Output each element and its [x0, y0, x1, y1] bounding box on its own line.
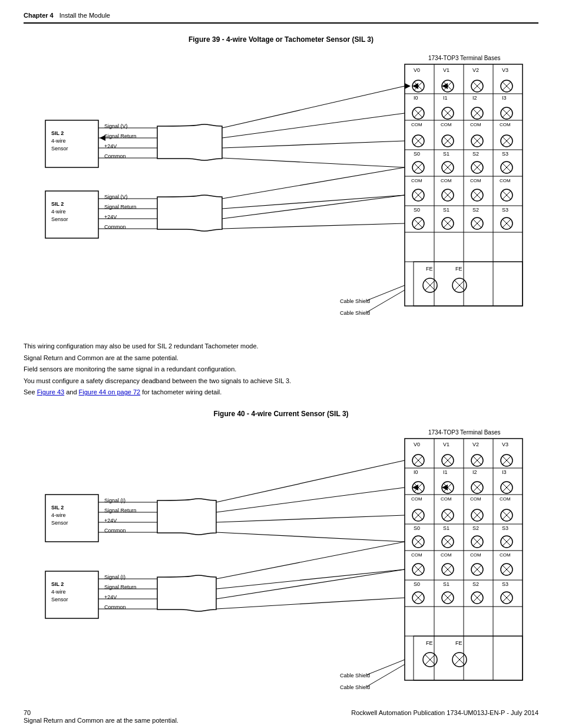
svg-text:COM: COM: [411, 496, 422, 502]
svg-text:SIL 2: SIL 2: [51, 130, 64, 136]
figure40-container: 1734-TOP3 Terminal Bases V0 V1 V2 V3 I0 …: [24, 424, 538, 707]
svg-text:S1: S1: [443, 581, 449, 587]
svg-text:COM: COM: [470, 178, 481, 183]
svg-text:COM: COM: [500, 496, 511, 502]
svg-text:I1: I1: [443, 95, 448, 101]
svg-text:FE: FE: [426, 640, 433, 646]
svg-text:Sensor: Sensor: [51, 146, 68, 151]
svg-text:COM: COM: [441, 552, 452, 558]
svg-line-269: [216, 460, 405, 502]
chapter-label: Chapter 4: [24, 12, 54, 19]
svg-text:COM: COM: [441, 122, 452, 127]
svg-text:V2: V2: [472, 442, 479, 447]
note39-4: You must configure a safety discrepancy …: [24, 376, 538, 387]
svg-line-138: [222, 223, 405, 229]
svg-text:V0: V0: [414, 67, 420, 73]
svg-marker-10: [412, 83, 418, 89]
page-number: 70: [24, 709, 31, 716]
svg-text:I2: I2: [472, 95, 477, 101]
svg-text:I0: I0: [414, 469, 418, 475]
svg-text:COM: COM: [411, 178, 422, 183]
figure43-link[interactable]: Figure 43: [37, 388, 64, 396]
svg-text:S1: S1: [443, 525, 449, 531]
note39-3: Field sensors are monitoring the same si…: [24, 364, 538, 375]
svg-text:SIL 2: SIL 2: [51, 201, 64, 207]
svg-text:S0: S0: [414, 581, 420, 587]
svg-line-293: [366, 660, 405, 675]
svg-text:COM: COM: [441, 496, 452, 502]
svg-text:4-wire: 4-wire: [51, 209, 66, 215]
svg-line-294: [366, 664, 405, 687]
svg-text:COM: COM: [411, 552, 422, 558]
svg-text:4-wire: 4-wire: [51, 512, 66, 518]
svg-text:SIL 2: SIL 2: [51, 581, 64, 587]
svg-marker-116: [405, 83, 411, 89]
svg-marker-118: [100, 135, 105, 141]
svg-line-286: [216, 569, 405, 589]
figure40-svg: 1734-TOP3 Terminal Bases V0 V1 V2 V3 I0 …: [28, 424, 534, 707]
svg-text:V3: V3: [502, 442, 508, 447]
svg-text:S2: S2: [472, 581, 479, 587]
svg-text:COM: COM: [500, 122, 511, 127]
svg-text:S2: S2: [472, 525, 479, 531]
publication-info: Rockwell Automation Publication 1734-UM0…: [351, 709, 538, 716]
svg-text:Cable Shield: Cable Shield: [340, 310, 370, 316]
figure39-container: 1734-TOP3 Terminal Bases V0 V1 V2 V3: [24, 50, 538, 332]
svg-text:4-wire: 4-wire: [51, 589, 66, 595]
svg-text:COM: COM: [470, 122, 481, 127]
svg-line-284: [216, 542, 405, 579]
svg-line-288: [216, 569, 405, 599]
svg-text:FE: FE: [455, 640, 462, 646]
svg-line-141: [366, 285, 405, 301]
svg-text:I3: I3: [502, 95, 507, 101]
svg-text:Cable Shield: Cable Shield: [340, 673, 370, 678]
svg-text:1734-TOP3 Terminal Bases: 1734-TOP3 Terminal Bases: [428, 429, 500, 436]
svg-text:S1: S1: [443, 151, 449, 157]
sensor-box-2-40: [45, 571, 98, 618]
svg-text:S0: S0: [414, 207, 420, 213]
sensor-box-1-40: [45, 495, 98, 542]
svg-text:I2: I2: [472, 469, 477, 475]
svg-marker-11: [442, 83, 448, 89]
svg-line-271: [216, 487, 405, 512]
svg-line-121: [222, 141, 405, 148]
note39-5: See Figure 43 and Figure 44 on page 72 f…: [24, 387, 538, 398]
note39-2: Signal Return and Common are at the same…: [24, 353, 538, 364]
svg-text:FE: FE: [426, 266, 433, 272]
svg-line-119: [222, 113, 405, 138]
svg-text:S2: S2: [472, 207, 479, 213]
svg-text:COM: COM: [500, 552, 511, 558]
svg-text:S1: S1: [443, 207, 449, 213]
svg-line-290: [216, 598, 405, 609]
svg-text:Sensor: Sensor: [51, 520, 68, 526]
svg-line-275: [216, 532, 405, 542]
figure40-title: Figure 40 - 4-wire Current Sensor (SIL 3…: [24, 410, 538, 418]
figure39-svg: 1734-TOP3 Terminal Bases V0 V1 V2 V3: [28, 50, 534, 332]
svg-line-123: [222, 158, 405, 167]
svg-text:S3: S3: [502, 581, 508, 587]
svg-text:V1: V1: [443, 67, 449, 73]
figure44-link[interactable]: Figure 44 on page 72: [79, 388, 141, 396]
svg-text:V0: V0: [414, 442, 420, 447]
svg-text:S0: S0: [414, 525, 420, 531]
sensor-box-1: [45, 120, 98, 167]
svg-line-273: [216, 515, 405, 522]
svg-text:S3: S3: [502, 151, 508, 157]
page-header: Chapter 4 Install the Module: [24, 12, 538, 24]
svg-text:COM: COM: [411, 122, 422, 127]
notes40: Signal Return and Common are at the same…: [24, 716, 538, 728]
terminal-bases-label-39: 1734-TOP3 Terminal Bases: [428, 55, 500, 61]
svg-line-115: [222, 86, 405, 128]
svg-line-132: [222, 167, 405, 199]
svg-text:I1: I1: [443, 469, 448, 475]
svg-text:V1: V1: [443, 442, 449, 447]
chapter-title: Install the Module: [59, 12, 110, 19]
note39-1: This wiring configuration may also be us…: [24, 341, 538, 352]
svg-text:S2: S2: [472, 151, 479, 157]
page-footer: 70 Rockwell Automation Publication 1734-…: [0, 709, 562, 716]
sensor-box-2: [45, 191, 98, 238]
svg-text:S0: S0: [414, 151, 420, 157]
svg-text:Sensor: Sensor: [51, 216, 68, 222]
svg-text:I0: I0: [414, 95, 418, 101]
svg-text:COM: COM: [470, 552, 481, 558]
